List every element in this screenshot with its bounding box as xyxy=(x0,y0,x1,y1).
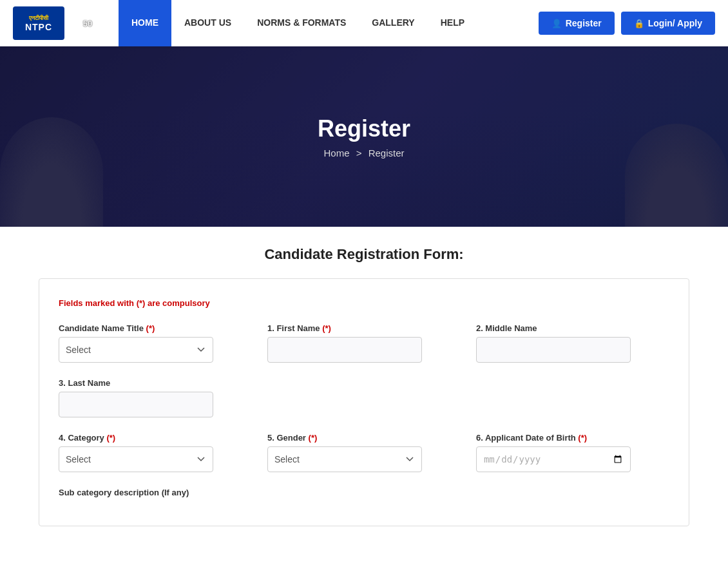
nav-about[interactable]: ABOUT US xyxy=(171,0,244,46)
field-gender-group: 5. Gender (*) Select Male Female Other xyxy=(267,433,461,472)
login-button[interactable]: Login/ Apply xyxy=(621,12,715,35)
field-middlename-group: 2. Middle Name xyxy=(476,323,669,363)
breadcrumb: Home > Register xyxy=(318,148,410,158)
lastname-input[interactable] xyxy=(59,392,213,417)
hero-person-right xyxy=(625,124,728,227)
gender-label: 5. Gender (*) xyxy=(267,433,461,443)
field-firstname-group: 1. First Name (*) xyxy=(267,323,461,363)
form-row-2: 3. Last Name xyxy=(59,378,669,417)
register-button[interactable]: Register xyxy=(539,12,615,35)
form-card: Fields marked with (*) are compulsory Ca… xyxy=(39,278,689,526)
nav-home[interactable]: HOME xyxy=(119,0,171,46)
breadcrumb-current: Register xyxy=(369,148,405,158)
form-section: Candidate Registration Form: Fields mark… xyxy=(26,227,702,552)
nav-help[interactable]: HELP xyxy=(428,0,477,46)
person-icon xyxy=(551,18,562,28)
ntpc-logo-eng: NTPC xyxy=(25,22,52,32)
category-select[interactable]: Select General OBC SC ST xyxy=(59,446,213,472)
compulsory-note: Fields marked with (*) are compulsory xyxy=(59,298,669,308)
lock-icon xyxy=(634,18,644,28)
hero-title: Register xyxy=(318,115,410,142)
field-title-group: Candidate Name Title (*) Select Mr. Mrs.… xyxy=(59,323,252,363)
form-row-4: Sub category description (If any) xyxy=(59,488,669,497)
field-lastname-group: 3. Last Name xyxy=(59,378,252,417)
form-row-1: Candidate Name Title (*) Select Mr. Mrs.… xyxy=(59,323,669,363)
middlename-label: 2. Middle Name xyxy=(476,323,669,333)
hero-section: Register Home > Register xyxy=(0,46,728,227)
field-subcategory-group: Sub category description (If any) xyxy=(59,488,252,497)
firstname-input[interactable] xyxy=(267,337,422,363)
firstname-label: 1. First Name (*) xyxy=(267,323,461,333)
navbar: एनटीपीसी NTPC 50 HOME ABOUT US NORMS & F… xyxy=(0,0,728,46)
title-select[interactable]: Select Mr. Mrs. Ms. Dr. xyxy=(59,337,213,363)
nav-norms[interactable]: NORMS & FORMATS xyxy=(244,0,359,46)
gender-select[interactable]: Select Male Female Other xyxy=(267,446,422,472)
breadcrumb-home: Home xyxy=(324,148,350,158)
logo-area: एनटीपीसी NTPC 50 xyxy=(13,6,106,40)
nav-gallery[interactable]: GALLERY xyxy=(359,0,427,46)
ntpc-logo-hindi: एनटीपीसी xyxy=(29,15,48,22)
dob-input[interactable] xyxy=(476,446,631,472)
ntpc-logo: एनटीपीसी NTPC xyxy=(13,6,64,40)
category-label: 4. Category (*) xyxy=(59,433,252,443)
breadcrumb-separator: > xyxy=(356,148,362,158)
hero-content: Register Home > Register xyxy=(318,115,410,158)
field-dob-group: 6. Applicant Date of Birth (*) xyxy=(476,433,669,472)
lastname-label: 3. Last Name xyxy=(59,378,252,388)
form-row-3: 4. Category (*) Select General OBC SC ST… xyxy=(59,433,669,472)
ntpc-50-logo: 50 xyxy=(70,6,106,40)
form-title: Candidate Registration Form: xyxy=(39,246,689,263)
nav-links: HOME ABOUT US NORMS & FORMATS GALLERY HE… xyxy=(119,0,539,46)
dob-label: 6. Applicant Date of Birth (*) xyxy=(476,433,669,443)
field-category-group: 4. Category (*) Select General OBC SC ST xyxy=(59,433,252,472)
title-label: Candidate Name Title (*) xyxy=(59,323,252,333)
hero-person-left xyxy=(0,117,103,227)
middlename-input[interactable] xyxy=(476,337,631,363)
nav-actions: Register Login/ Apply xyxy=(539,12,715,35)
subcategory-label: Sub category description (If any) xyxy=(59,488,252,497)
